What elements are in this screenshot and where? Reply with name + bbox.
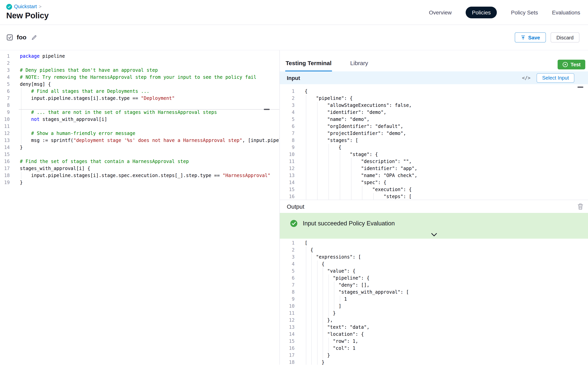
code-line: 7 "projectIdentifier": "demo", (280, 130, 588, 137)
testing-terminal-panel: Testing Terminal Library Test Input </> … (279, 50, 588, 365)
code-line: 10 not stages_with_approval[i] (0, 116, 279, 123)
header-tab-policies[interactable]: Policies (466, 7, 497, 18)
line-number: 17 (0, 165, 20, 172)
editor-divider-line (19, 109, 279, 110)
code-line: 3# Deny pipelines that don't have an app… (0, 67, 279, 74)
line-number: 12 (280, 165, 305, 172)
output-title: Output (287, 203, 304, 210)
output-json-viewer: 1[2 {3 "expressions": [4 {5 "value": {6 … (280, 239, 588, 365)
line-content: { (305, 260, 324, 267)
editor-scrollbar-thumb[interactable] (264, 109, 270, 110)
line-content: msg := sprintf("deployment stage '%s' do… (20, 137, 279, 144)
line-content: { (305, 144, 341, 151)
input-json-lines: 1{2 "pipeline": {3 "allowStageExecutions… (280, 88, 588, 200)
line-number: 7 (280, 281, 305, 288)
line-number: 14 (0, 144, 20, 151)
select-input-button[interactable]: Select Input (537, 73, 574, 83)
code-line: 7 "deny": [], (280, 281, 588, 288)
line-number: 6 (0, 88, 20, 95)
line-content: "name": "OPA check", (305, 172, 417, 179)
tab-library[interactable]: Library (350, 60, 369, 71)
line-content: "orgIdentifier": "default", (305, 123, 403, 130)
code-line: 16 "steps": [ (280, 193, 588, 200)
line-number: 11 (0, 123, 20, 130)
code-line: 16 "col": 1 (280, 345, 588, 352)
line-content: input.pipeline.stages[i].stage.type == "… (20, 95, 175, 102)
line-number: 3 (280, 253, 305, 260)
line-number: 9 (0, 109, 20, 116)
line-content: stages_with_approval[i] { (20, 165, 90, 172)
line-content: "spec": { (305, 179, 386, 186)
line-number: 16 (280, 345, 305, 352)
line-number: 7 (0, 95, 20, 102)
evaluation-status-text: Input succeeded Policy Evaluation (303, 220, 395, 227)
line-number: 3 (280, 102, 305, 109)
line-number: 13 (280, 172, 305, 179)
line-content: } (305, 310, 336, 317)
line-number: 1 (280, 88, 305, 95)
code-line: 9 1 (280, 295, 588, 303)
policy-module-icon (6, 4, 12, 10)
main-content: 1package pipeline23# Deny pipelines that… (0, 50, 588, 365)
line-number: 2 (280, 95, 305, 102)
header-tab-evaluations[interactable]: Evaluations (552, 9, 580, 16)
code-line: 7 input.pipeline.stages[i].stage.type ==… (0, 95, 279, 102)
line-number: 9 (280, 295, 305, 303)
discard-button[interactable]: Discard (551, 32, 579, 42)
chevron-down-icon[interactable] (431, 233, 437, 237)
app: Quickstart > New Policy OverviewPolicies… (0, 0, 588, 365)
line-content: }, (305, 317, 333, 324)
line-content: "identifier": "demo", (305, 109, 386, 116)
chevron-right-icon: > (39, 4, 41, 10)
code-line: 11 } (280, 310, 588, 317)
output-json-lines: 1[2 {3 "expressions": [4 {5 "value": {6 … (280, 239, 588, 365)
line-content: { (305, 246, 313, 253)
line-number: 1 (280, 239, 305, 246)
code-line: 9 # ... that are not in the set of stage… (0, 109, 279, 116)
code-line: 14} (0, 144, 279, 151)
edit-name-icon[interactable] (31, 35, 37, 40)
line-number: 10 (280, 151, 305, 158)
line-number: 6 (280, 123, 305, 130)
header-tab-policy-sets[interactable]: Policy Sets (511, 9, 538, 16)
line-content: "identifier": "app", (305, 165, 417, 172)
save-button[interactable]: Save (514, 32, 546, 42)
header-tab-overview[interactable]: Overview (429, 9, 452, 16)
line-number: 15 (0, 151, 20, 158)
line-number: 5 (0, 81, 20, 88)
line-content: "stages": [ (305, 137, 358, 144)
line-number: 16 (280, 193, 305, 200)
policy-code-editor[interactable]: 1package pipeline23# Deny pipelines that… (0, 50, 279, 365)
code-line: 5 "name": "demo", (280, 116, 588, 123)
save-button-label: Save (528, 35, 540, 40)
line-number: 11 (280, 310, 305, 317)
line-number: 14 (280, 179, 305, 186)
tab-testing-terminal[interactable]: Testing Terminal (285, 60, 332, 71)
line-number: 4 (280, 109, 305, 116)
input-scrollbar-thumb[interactable] (577, 87, 583, 88)
line-number: 7 (280, 130, 305, 137)
input-json-editor[interactable]: 1{2 "pipeline": {3 "allowStageExecutions… (280, 84, 588, 200)
code-line: 6 # Find all stages that are Deployments… (0, 88, 279, 95)
line-number: 3 (0, 67, 20, 74)
code-view-icon[interactable]: </> (522, 75, 530, 81)
line-content: # Find all stages that are Deployments .… (20, 88, 150, 95)
line-number: 8 (0, 102, 20, 109)
line-content: # Deny pipelines that don't have an appr… (20, 67, 158, 74)
code-line: 4# NOTE: Try removing the HarnessApprova… (0, 74, 279, 81)
breadcrumb-link-quickstart[interactable]: Quickstart (14, 4, 37, 10)
code-line: 13 msg := sprintf("deployment stage '%s'… (0, 137, 279, 144)
line-number: 10 (280, 303, 305, 310)
line-number: 4 (0, 74, 20, 81)
line-number: 18 (0, 172, 20, 179)
line-number: 6 (280, 274, 305, 281)
line-content: "projectIdentifier": "demo", (305, 130, 406, 137)
line-number: 15 (280, 338, 305, 345)
line-content: { (305, 88, 308, 95)
code-line: 17stages_with_approval[i] { (0, 165, 279, 172)
line-content: } (305, 352, 330, 359)
trash-icon[interactable] (577, 203, 583, 210)
test-button[interactable]: Test (558, 60, 585, 70)
code-line: 1{ (280, 88, 588, 95)
policy-code-lines: 1package pipeline23# Deny pipelines that… (0, 53, 279, 186)
